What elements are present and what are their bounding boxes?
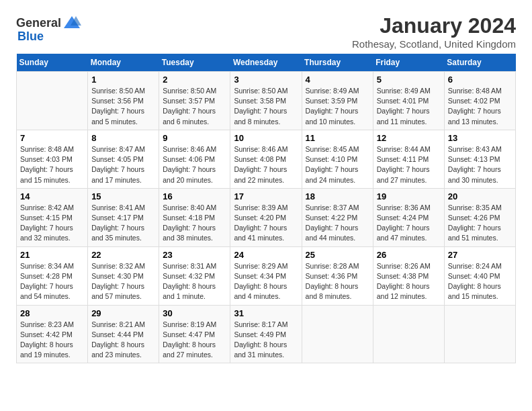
day-info: Sunrise: 8:48 AMSunset: 4:03 PMDaylight:… [20, 144, 84, 185]
day-number: 6 [448, 75, 512, 85]
column-header-tuesday: Tuesday [159, 54, 230, 72]
day-number: 13 [448, 133, 512, 143]
calendar-week-row: 7Sunrise: 8:48 AMSunset: 4:03 PMDaylight… [17, 130, 516, 188]
calendar-cell: 7Sunrise: 8:48 AMSunset: 4:03 PMDaylight… [17, 130, 88, 188]
day-info: Sunrise: 8:36 AMSunset: 4:24 PMDaylight:… [377, 203, 441, 244]
day-info: Sunrise: 8:45 AMSunset: 4:10 PMDaylight:… [306, 144, 369, 185]
day-number: 10 [234, 133, 298, 143]
calendar-week-row: 14Sunrise: 8:42 AMSunset: 4:15 PMDayligh… [17, 188, 516, 246]
calendar-cell: 4Sunrise: 8:49 AMSunset: 3:59 PMDaylight… [302, 72, 373, 130]
calendar-cell [17, 72, 88, 130]
calendar-cell: 9Sunrise: 8:46 AMSunset: 4:06 PMDaylight… [159, 130, 230, 188]
day-number: 5 [377, 75, 441, 85]
day-info: Sunrise: 8:42 AMSunset: 4:15 PMDaylight:… [20, 203, 84, 244]
day-number: 31 [234, 308, 298, 318]
day-info: Sunrise: 8:49 AMSunset: 4:01 PMDaylight:… [377, 86, 441, 127]
day-number: 2 [163, 75, 226, 85]
day-number: 24 [234, 250, 298, 260]
day-number: 21 [20, 250, 84, 260]
day-info: Sunrise: 8:23 AMSunset: 4:42 PMDaylight:… [20, 320, 84, 361]
day-number: 29 [91, 308, 155, 318]
calendar-cell: 11Sunrise: 8:45 AMSunset: 4:10 PMDayligh… [302, 130, 373, 188]
day-info: Sunrise: 8:40 AMSunset: 4:18 PMDaylight:… [163, 203, 226, 244]
day-number: 28 [20, 308, 84, 318]
calendar-cell: 2Sunrise: 8:50 AMSunset: 3:57 PMDaylight… [159, 72, 230, 130]
day-number: 19 [377, 191, 441, 201]
calendar-header-row: SundayMondayTuesdayWednesdayThursdayFrid… [17, 54, 516, 72]
day-info: Sunrise: 8:24 AMSunset: 4:40 PMDaylight:… [448, 261, 512, 302]
day-number: 11 [306, 133, 369, 143]
calendar-cell: 30Sunrise: 8:19 AMSunset: 4:47 PMDayligh… [159, 305, 230, 363]
calendar-cell: 8Sunrise: 8:47 AMSunset: 4:05 PMDaylight… [88, 130, 159, 188]
day-info: Sunrise: 8:50 AMSunset: 3:56 PMDaylight:… [91, 86, 155, 127]
calendar-cell: 3Sunrise: 8:50 AMSunset: 3:58 PMDaylight… [230, 72, 302, 130]
day-info: Sunrise: 8:49 AMSunset: 3:59 PMDaylight:… [306, 86, 369, 127]
day-number: 26 [377, 250, 441, 260]
day-number: 4 [306, 75, 369, 85]
calendar-cell: 5Sunrise: 8:49 AMSunset: 4:01 PMDaylight… [373, 72, 444, 130]
day-number: 17 [234, 191, 298, 201]
day-info: Sunrise: 8:34 AMSunset: 4:28 PMDaylight:… [20, 261, 84, 302]
day-info: Sunrise: 8:28 AMSunset: 4:36 PMDaylight:… [306, 261, 369, 302]
day-number: 14 [20, 191, 84, 201]
calendar-cell [373, 305, 444, 363]
page-header: General Blue January 2024 Rothesay, Scot… [16, 13, 516, 50]
calendar-cell: 12Sunrise: 8:44 AMSunset: 4:11 PMDayligh… [373, 130, 444, 188]
calendar-cell: 1Sunrise: 8:50 AMSunset: 3:56 PMDaylight… [88, 72, 159, 130]
day-info: Sunrise: 8:29 AMSunset: 4:34 PMDaylight:… [234, 261, 298, 302]
day-info: Sunrise: 8:41 AMSunset: 4:17 PMDaylight:… [91, 203, 155, 244]
day-number: 25 [306, 250, 369, 260]
calendar-cell: 20Sunrise: 8:35 AMSunset: 4:26 PMDayligh… [444, 188, 515, 246]
day-info: Sunrise: 8:46 AMSunset: 4:06 PMDaylight:… [163, 144, 226, 185]
calendar-cell: 22Sunrise: 8:32 AMSunset: 4:30 PMDayligh… [88, 246, 159, 305]
day-info: Sunrise: 8:47 AMSunset: 4:05 PMDaylight:… [91, 144, 155, 185]
day-number: 7 [20, 133, 84, 143]
day-info: Sunrise: 8:39 AMSunset: 4:20 PMDaylight:… [234, 203, 298, 244]
calendar-cell: 16Sunrise: 8:40 AMSunset: 4:18 PMDayligh… [159, 188, 230, 246]
day-info: Sunrise: 8:19 AMSunset: 4:47 PMDaylight:… [163, 320, 226, 361]
day-info: Sunrise: 8:50 AMSunset: 3:58 PMDaylight:… [234, 86, 298, 127]
calendar-cell: 28Sunrise: 8:23 AMSunset: 4:42 PMDayligh… [17, 305, 88, 363]
calendar-cell: 31Sunrise: 8:17 AMSunset: 4:49 PMDayligh… [230, 305, 302, 363]
day-info: Sunrise: 8:37 AMSunset: 4:22 PMDaylight:… [306, 203, 369, 244]
logo-text-blue: Blue [17, 30, 44, 44]
calendar-cell: 23Sunrise: 8:31 AMSunset: 4:32 PMDayligh… [159, 246, 230, 305]
calendar-week-row: 21Sunrise: 8:34 AMSunset: 4:28 PMDayligh… [17, 246, 516, 305]
calendar-cell: 17Sunrise: 8:39 AMSunset: 4:20 PMDayligh… [230, 188, 302, 246]
day-number: 8 [91, 133, 155, 143]
calendar-cell: 6Sunrise: 8:48 AMSunset: 4:02 PMDaylight… [444, 72, 515, 130]
calendar-cell: 18Sunrise: 8:37 AMSunset: 4:22 PMDayligh… [302, 188, 373, 246]
subtitle: Rothesay, Scotland, United Kingdom [352, 38, 516, 50]
day-info: Sunrise: 8:43 AMSunset: 4:13 PMDaylight:… [448, 144, 512, 185]
day-number: 27 [448, 250, 512, 260]
day-info: Sunrise: 8:32 AMSunset: 4:30 PMDaylight:… [91, 261, 155, 302]
day-number: 15 [91, 191, 155, 201]
calendar-cell: 21Sunrise: 8:34 AMSunset: 4:28 PMDayligh… [17, 246, 88, 305]
calendar-cell: 29Sunrise: 8:21 AMSunset: 4:44 PMDayligh… [88, 305, 159, 363]
column-header-friday: Friday [373, 54, 444, 72]
day-number: 22 [91, 250, 155, 260]
calendar-cell: 24Sunrise: 8:29 AMSunset: 4:34 PMDayligh… [230, 246, 302, 305]
calendar-table: SundayMondayTuesdayWednesdayThursdayFrid… [16, 54, 516, 363]
calendar-cell: 27Sunrise: 8:24 AMSunset: 4:40 PMDayligh… [444, 246, 515, 305]
day-number: 9 [163, 133, 226, 143]
calendar-cell: 25Sunrise: 8:28 AMSunset: 4:36 PMDayligh… [302, 246, 373, 305]
calendar-cell: 10Sunrise: 8:46 AMSunset: 4:08 PMDayligh… [230, 130, 302, 188]
calendar-cell: 13Sunrise: 8:43 AMSunset: 4:13 PMDayligh… [444, 130, 515, 188]
logo-text-general: General [16, 16, 61, 30]
day-number: 16 [163, 191, 226, 201]
column-header-saturday: Saturday [444, 54, 515, 72]
day-number: 20 [448, 191, 512, 201]
day-number: 23 [163, 250, 226, 260]
day-number: 30 [163, 308, 226, 318]
calendar-cell: 19Sunrise: 8:36 AMSunset: 4:24 PMDayligh… [373, 188, 444, 246]
calendar-week-row: 1Sunrise: 8:50 AMSunset: 3:56 PMDaylight… [17, 72, 516, 130]
day-info: Sunrise: 8:46 AMSunset: 4:08 PMDaylight:… [234, 144, 298, 185]
day-number: 12 [377, 133, 441, 143]
column-header-thursday: Thursday [302, 54, 373, 72]
day-number: 3 [234, 75, 298, 85]
calendar-week-row: 28Sunrise: 8:23 AMSunset: 4:42 PMDayligh… [17, 305, 516, 363]
day-info: Sunrise: 8:44 AMSunset: 4:11 PMDaylight:… [377, 144, 441, 185]
day-info: Sunrise: 8:48 AMSunset: 4:02 PMDaylight:… [448, 86, 512, 127]
day-info: Sunrise: 8:17 AMSunset: 4:49 PMDaylight:… [234, 320, 298, 361]
